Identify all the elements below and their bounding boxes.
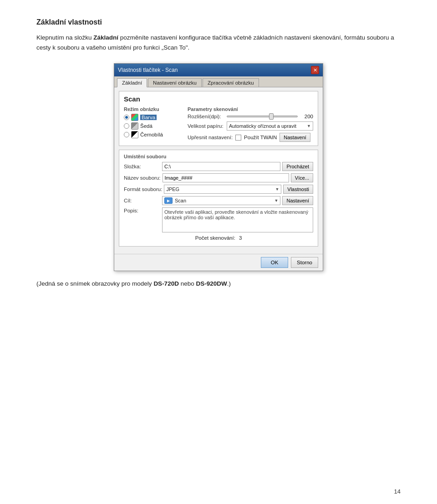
intro-bold: Základní <box>93 34 118 41</box>
dialog-window: Vlastnosti tlačítek - Scan ✕ Základní Na… <box>114 63 323 271</box>
target-select-icon <box>164 197 173 204</box>
folder-input[interactable] <box>162 162 280 171</box>
filename-input[interactable] <box>163 173 289 182</box>
filename-label: Název souboru: <box>124 175 161 181</box>
format-select[interactable]: JPEG ▼ <box>164 185 281 194</box>
resolution-label: Rozlišení(dpi): <box>188 114 224 119</box>
gray-icon <box>131 122 138 130</box>
tab-zakladni[interactable]: Základní <box>117 78 147 87</box>
radio-option-barva[interactable]: Barva <box>124 114 183 121</box>
intro-text-prefix: Klepnutím na složku <box>36 34 93 41</box>
scan-count-row: Počet skenování: 3 <box>124 235 313 241</box>
paper-size-row: Velikost papíru: Automaticky oříznout a … <box>188 121 313 131</box>
dialog-body: Scan Režim obrázku Barva <box>114 87 323 254</box>
resolution-value: 200 <box>300 114 313 119</box>
bw-icon <box>131 131 138 138</box>
footer-note-prefix: (Jedná se o snímek obrazovky pro modely <box>36 280 153 287</box>
dialog-title: Vlastnosti tlačítek - Scan <box>118 67 178 73</box>
format-properties-button[interactable]: Vlastnosti <box>283 185 313 194</box>
format-value: JPEG <box>166 186 179 192</box>
desc-row: Popis: Otevřete vaši aplikaci, proveďte … <box>124 207 313 232</box>
page-content: Základní vlastnosti Klepnutím na složku … <box>0 0 437 328</box>
footer-note-suffix: .) <box>227 280 231 287</box>
label-seda: Šedá <box>140 123 152 129</box>
scan-section: Scan Režim obrázku Barva <box>119 91 318 146</box>
desc-textarea: Otevřete vaši aplikaci, proveďte skenová… <box>162 207 313 232</box>
footer-note-bold1: DS-720D <box>153 280 179 287</box>
dialog-footer: OK Storno <box>114 254 323 271</box>
footer-note: (Jedná se o snímek obrazovky pro modely … <box>36 280 401 287</box>
file-section: Umístění souboru Složka: Procházet Název… <box>119 150 318 247</box>
page-number: 14 <box>394 488 401 495</box>
intro-paragraph: Klepnutím na složku Základní pozměníte n… <box>36 33 401 52</box>
scan-two-col: Režim obrázku Barva Šedá <box>124 106 313 142</box>
radio-cernobila-circle[interactable] <box>124 132 129 137</box>
dialog-wrapper: Vlastnosti tlačítek - Scan ✕ Základní Na… <box>36 63 401 271</box>
mode-label: Režim obrázku <box>124 106 183 112</box>
target-arrow: ▼ <box>274 198 279 203</box>
footer-note-mid: nebo <box>179 280 196 287</box>
target-label: Cíl: <box>124 198 160 203</box>
paper-size-label: Velikost papíru: <box>188 123 224 129</box>
format-row: Formát souboru: JPEG ▼ Vlastnosti <box>124 185 313 194</box>
folder-label: Složka: <box>124 164 160 169</box>
radio-seda-circle[interactable] <box>124 123 129 129</box>
desc-label: Popis: <box>124 207 160 213</box>
refine-row: Upřesnit nastavení: Použít TWAIN Nastave… <box>188 133 313 142</box>
target-select[interactable]: Scan ▼ <box>162 196 280 205</box>
radio-option-cernobila[interactable]: Černobílá <box>124 131 183 138</box>
filename-more-button[interactable]: Více... <box>291 173 313 182</box>
file-section-title: Umístění souboru <box>124 154 313 159</box>
twain-checkbox[interactable] <box>235 135 241 141</box>
scan-count-value: 3 <box>239 235 242 241</box>
resolution-slider-container[interactable] <box>227 116 298 117</box>
dialog-titlebar: Vlastnosti tlačítek - Scan ✕ <box>114 64 323 76</box>
footer-note-bold2: DS-920DW <box>196 280 227 287</box>
format-label: Formát souboru: <box>124 186 162 192</box>
target-settings-button[interactable]: Nastavení <box>282 196 313 205</box>
label-cernobila: Černobílá <box>140 132 163 137</box>
radio-option-seda[interactable]: Šedá <box>124 122 183 130</box>
resolution-slider-thumb[interactable] <box>269 113 274 120</box>
target-row: Cíl: Scan ▼ Nastavení <box>124 196 313 205</box>
label-barva: Barva <box>140 115 157 120</box>
resolution-row: Rozlišení(dpi): 200 <box>188 114 313 119</box>
resolution-slider-track[interactable] <box>227 116 298 117</box>
scan-mode-col: Režim obrázku Barva Šedá <box>124 106 183 142</box>
dialog-close-button[interactable]: ✕ <box>311 66 319 74</box>
cancel-button[interactable]: Storno <box>291 257 318 268</box>
scan-count-label: Počet skenování: <box>195 235 235 241</box>
tab-zpracovani-obrazku[interactable]: Zpracování obrázku <box>203 78 259 87</box>
paper-size-value: Automaticky oříznout a upravit <box>229 123 296 129</box>
folder-row: Složka: Procházet <box>124 162 313 171</box>
paper-size-select[interactable]: Automaticky oříznout a upravit ▼ <box>227 121 313 131</box>
refine-settings-button[interactable]: Nastavení <box>279 133 310 142</box>
target-select-value: Scan <box>175 198 186 203</box>
params-section-label: Parametry skenování <box>188 106 313 112</box>
scan-params-col: Parametry skenování Rozlišení(dpi): 200 <box>188 106 313 142</box>
desc-value: Otevřete vaši aplikaci, proveďte skenová… <box>164 209 308 220</box>
format-arrow: ▼ <box>275 187 279 192</box>
ok-button[interactable]: OK <box>261 257 288 268</box>
refine-label: Upřesnit nastavení: <box>188 135 233 140</box>
filename-row: Název souboru: Více... <box>124 173 313 182</box>
color-icon <box>131 114 138 121</box>
twain-label: Použít TWAIN <box>244 135 277 140</box>
scan-section-title: Scan <box>124 95 313 103</box>
tab-nastaveni-obrazku[interactable]: Nastavení obrázku <box>148 78 202 87</box>
paper-size-arrow: ▼ <box>307 124 311 128</box>
dialog-tabs: Základní Nastavení obrázku Zpracování ob… <box>114 76 323 87</box>
page-heading: Základní vlastnosti <box>36 18 401 26</box>
radio-barva-circle[interactable] <box>124 115 129 120</box>
folder-browse-button[interactable]: Procházet <box>282 162 313 171</box>
